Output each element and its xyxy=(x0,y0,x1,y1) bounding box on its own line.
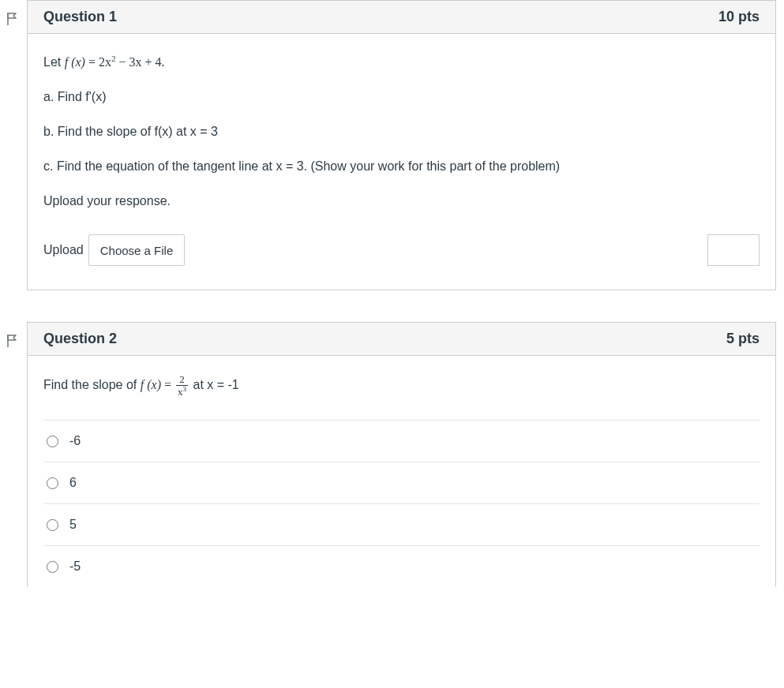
q1-part-a: a. Find f'(x) xyxy=(43,88,760,107)
q1-part-c: c. Find the equation of the tangent line… xyxy=(43,157,760,176)
q1-part-b: b. Find the slope of f(x) at x = 3 xyxy=(43,122,760,141)
flag-icon[interactable] xyxy=(5,333,21,349)
answer-list: -6 6 5 -5 xyxy=(43,420,760,587)
q1-definition: Let f (x) = 2x2 − 3x + 4. xyxy=(43,53,760,72)
option-label: 5 xyxy=(69,515,77,534)
q2-prompt: Find the slope of f (x) = 2x3 at x = -1 xyxy=(43,375,760,398)
answer-option[interactable]: -5 xyxy=(43,546,760,587)
answer-option[interactable]: -6 xyxy=(43,420,760,462)
question-1-points: 10 pts xyxy=(718,9,760,25)
question-2-points: 5 pts xyxy=(726,331,760,347)
question-2-card: Question 2 5 pts Find the slope of f (x)… xyxy=(27,322,776,587)
question-1-card: Question 1 10 pts Let f (x) = 2x2 − 3x +… xyxy=(27,0,776,290)
q1-upload-instruction: Upload your response. xyxy=(43,192,760,211)
upload-label: Upload xyxy=(43,241,88,260)
flag-icon[interactable] xyxy=(5,11,21,27)
option-label: -6 xyxy=(69,432,81,451)
choose-file-button[interactable]: Choose a File xyxy=(88,234,186,266)
answer-option[interactable]: 5 xyxy=(43,504,760,546)
option-label: 6 xyxy=(69,473,77,492)
answer-option[interactable]: 6 xyxy=(43,462,760,504)
question-2-body: Find the slope of f (x) = 2x3 at x = -1 … xyxy=(28,356,775,587)
question-1-title: Question 1 xyxy=(43,9,117,25)
question-2-block: Question 2 5 pts Find the slope of f (x)… xyxy=(8,322,776,587)
radio-input[interactable] xyxy=(47,477,58,489)
question-1-header: Question 1 10 pts xyxy=(28,1,775,34)
option-label: -5 xyxy=(69,557,81,576)
radio-input[interactable] xyxy=(47,561,58,573)
upload-preview-box xyxy=(707,234,760,266)
question-1-block: Question 1 10 pts Let f (x) = 2x2 − 3x +… xyxy=(8,0,776,290)
question-1-body: Let f (x) = 2x2 − 3x + 4. a. Find f'(x) … xyxy=(28,34,775,290)
question-2-header: Question 2 5 pts xyxy=(28,323,775,356)
question-2-title: Question 2 xyxy=(43,331,117,347)
upload-row: Upload Choose a File xyxy=(43,234,760,266)
radio-input[interactable] xyxy=(47,519,58,531)
radio-input[interactable] xyxy=(47,436,58,447)
